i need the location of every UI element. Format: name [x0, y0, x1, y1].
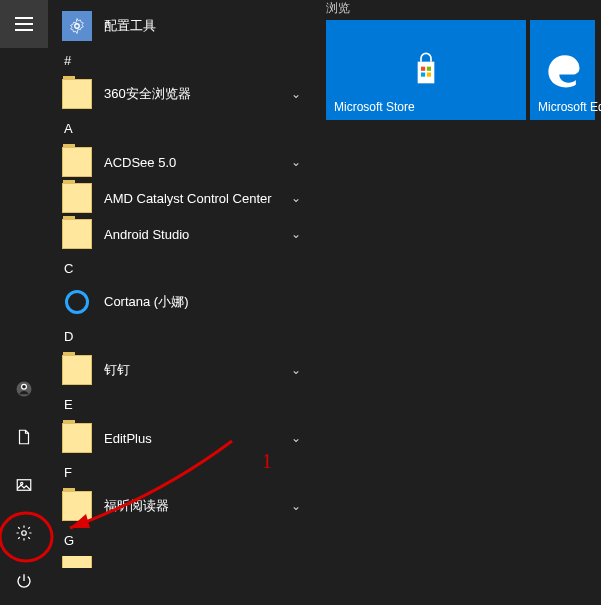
tiles-group: 浏览 Microsoft Store Microsoft Edge: [326, 0, 601, 120]
folder-icon: [62, 147, 92, 177]
folder-icon: [62, 556, 92, 568]
chevron-down-icon: ⌄: [284, 155, 308, 169]
power-button[interactable]: [0, 557, 48, 605]
hamburger-button[interactable]: [0, 0, 48, 48]
account-icon: [15, 380, 33, 398]
svg-rect-7: [427, 67, 431, 71]
tile-label: Microsoft Edge: [538, 100, 601, 114]
tile-label: Microsoft Store: [334, 100, 415, 114]
pictures-button[interactable]: [0, 461, 48, 509]
svg-rect-9: [427, 73, 431, 77]
app-acdsee[interactable]: ACDSee 5.0 ⌄: [48, 144, 316, 180]
hamburger-icon: [15, 17, 33, 31]
letter-header-e[interactable]: E: [48, 388, 316, 420]
app-cortana[interactable]: Cortana (小娜): [48, 284, 316, 320]
pictures-icon: [15, 476, 33, 494]
tile-microsoft-edge[interactable]: Microsoft Edge: [530, 20, 595, 120]
folder-icon: [62, 423, 92, 453]
folder-icon: [62, 219, 92, 249]
app-label: EditPlus: [104, 431, 284, 446]
app-label: AMD Catalyst Control Center: [104, 191, 284, 206]
app-list: 配置工具 # 360安全浏览器 ⌄ A ACDSee 5.0 ⌄ AMD Cat…: [48, 0, 316, 605]
app-label: 福昕阅读器: [104, 497, 284, 515]
settings-button[interactable]: [0, 509, 48, 557]
app-amd[interactable]: AMD Catalyst Control Center ⌄: [48, 180, 316, 216]
svg-rect-6: [421, 67, 425, 71]
app-foxit[interactable]: 福昕阅读器 ⌄: [48, 488, 316, 524]
edge-icon: [541, 48, 585, 92]
letter-header-g[interactable]: G: [48, 524, 316, 556]
left-rail: [0, 0, 48, 605]
app-g-partial[interactable]: [48, 556, 316, 568]
account-button[interactable]: [0, 365, 48, 413]
svg-rect-8: [421, 73, 425, 77]
chevron-down-icon: ⌄: [284, 431, 308, 445]
folder-icon: [62, 79, 92, 109]
app-label: 配置工具: [104, 17, 308, 35]
app-label: 钉钉: [104, 361, 284, 379]
svg-point-5: [75, 24, 80, 29]
letter-label: F: [64, 465, 72, 480]
folder-icon: [62, 491, 92, 521]
store-icon: [406, 50, 446, 90]
letter-label: G: [64, 533, 74, 548]
letter-label: C: [64, 261, 73, 276]
letter-label: #: [64, 53, 71, 68]
gear-icon: [15, 524, 33, 542]
chevron-down-icon: ⌄: [284, 227, 308, 241]
app-android-studio[interactable]: Android Studio ⌄: [48, 216, 316, 252]
recent-header-truncated: [48, 0, 316, 8]
app-label: Cortana (小娜): [104, 293, 308, 311]
letter-label: D: [64, 329, 73, 344]
documents-button[interactable]: [0, 413, 48, 461]
app-config-tool[interactable]: 配置工具: [48, 8, 316, 44]
chevron-down-icon: ⌄: [284, 87, 308, 101]
letter-header-a[interactable]: A: [48, 112, 316, 144]
folder-icon: [62, 355, 92, 385]
tile-group-label[interactable]: 浏览: [326, 0, 601, 14]
app-label: Android Studio: [104, 227, 284, 242]
app-360-browser[interactable]: 360安全浏览器 ⌄: [48, 76, 316, 112]
letter-header-f[interactable]: F: [48, 456, 316, 488]
folder-icon: [62, 183, 92, 213]
app-editplus[interactable]: EditPlus ⌄: [48, 420, 316, 456]
letter-label: A: [64, 121, 73, 136]
chevron-down-icon: ⌄: [284, 191, 308, 205]
app-label: 360安全浏览器: [104, 85, 284, 103]
letter-label: E: [64, 397, 73, 412]
chevron-down-icon: ⌄: [284, 363, 308, 377]
tile-microsoft-store[interactable]: Microsoft Store: [326, 20, 526, 120]
letter-header-hash[interactable]: #: [48, 44, 316, 76]
chevron-down-icon: ⌄: [284, 499, 308, 513]
svg-point-1: [22, 384, 27, 389]
cortana-icon: [62, 287, 92, 317]
svg-point-4: [22, 531, 27, 536]
app-label: ACDSee 5.0: [104, 155, 284, 170]
app-dingding[interactable]: 钉钉 ⌄: [48, 352, 316, 388]
letter-header-c[interactable]: C: [48, 252, 316, 284]
power-icon: [15, 572, 33, 590]
letter-header-d[interactable]: D: [48, 320, 316, 352]
config-tool-icon: [62, 11, 92, 41]
documents-icon: [15, 428, 33, 446]
